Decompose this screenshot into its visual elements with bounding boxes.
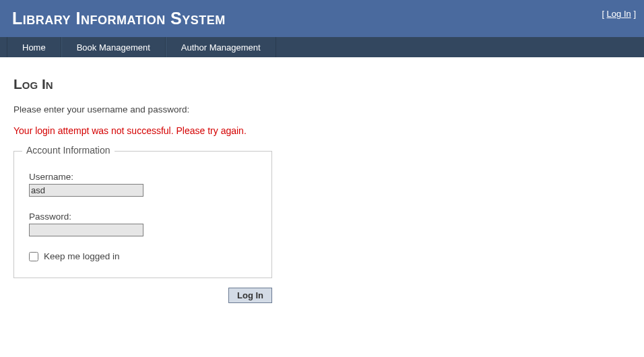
login-link-wrap: [ Log In ] <box>602 9 636 19</box>
login-error-message: Your login attempt was not successful. P… <box>13 125 631 136</box>
site-title: Library Information System <box>0 3 644 28</box>
page-heading: Log In <box>13 76 631 92</box>
nav-item-book-management[interactable]: Book Management <box>61 37 166 57</box>
username-input[interactable] <box>29 184 143 197</box>
remember-label: Keep me logged in <box>44 251 120 261</box>
fieldset-legend: Account Information <box>22 145 115 156</box>
remember-row: Keep me logged in <box>29 251 257 261</box>
header-bar: Library Information System [ Log In ] <box>0 0 644 37</box>
login-instruction: Please enter your username and password: <box>13 104 631 115</box>
password-input[interactable] <box>29 224 143 236</box>
nav-item-home[interactable]: Home <box>7 37 61 57</box>
account-information-fieldset: Account Information Username: Password: … <box>13 151 272 278</box>
password-label: Password: <box>29 212 257 222</box>
submit-row: Log In <box>13 288 272 303</box>
login-link[interactable]: Log In <box>607 9 631 19</box>
remember-checkbox[interactable] <box>29 252 38 261</box>
nav-item-author-management[interactable]: Author Management <box>166 37 276 57</box>
username-label: Username: <box>29 172 257 182</box>
login-button[interactable]: Log In <box>228 288 272 303</box>
nav-bar: Home Book Management Author Management <box>0 37 644 57</box>
content: Log In Please enter your username and pa… <box>0 57 644 317</box>
